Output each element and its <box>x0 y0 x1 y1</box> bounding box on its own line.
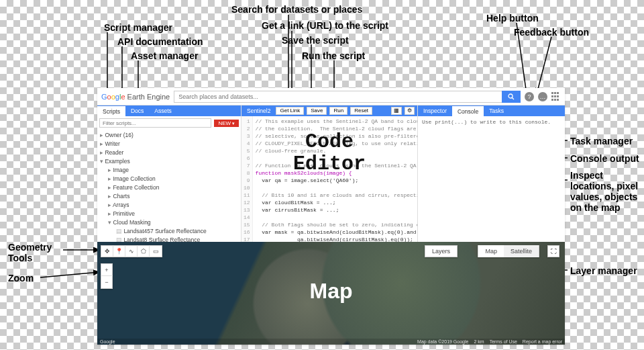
tree-arrays[interactable]: Arrays <box>108 201 238 210</box>
tab-inspector[interactable]: Inspector <box>418 105 452 116</box>
map-footer-terms[interactable]: Terms of Use <box>490 339 517 344</box>
get-link-button[interactable]: Get Link <box>276 107 304 115</box>
topbar-icons: ? … <box>525 92 561 101</box>
geometry-tools[interactable]: ✥ 📍 ∿ ⬠ ▭ <box>101 245 162 257</box>
map-footer-scale: 2 km <box>474 339 484 344</box>
apps-icon[interactable] <box>551 92 561 101</box>
ann-feedback: Feedback button <box>514 27 589 38</box>
fullscreen-button[interactable]: ⛶ <box>547 245 559 257</box>
apps-button[interactable]: ▦ <box>391 107 402 115</box>
save-button[interactable]: Save <box>307 107 327 115</box>
script-title: Sentinel2 <box>244 107 273 114</box>
ann-layer-manager: Layer manager <box>570 265 637 276</box>
tree-reader[interactable]: Reader <box>100 148 238 157</box>
polygon-tool-icon[interactable]: ⬠ <box>138 245 150 257</box>
tree-examples[interactable]: Examples <box>100 157 238 166</box>
right-tabs: Inspector Console Tasks <box>418 105 565 116</box>
svg-line-11 <box>40 272 99 277</box>
hand-tool-icon[interactable]: ✥ <box>101 245 113 257</box>
map-overlay-label: Map <box>97 279 565 304</box>
line-tool-icon[interactable]: ∿ <box>125 245 138 257</box>
filter-scripts-input[interactable] <box>99 118 211 128</box>
tree-image[interactable]: Image <box>108 166 238 175</box>
zoom-out-button[interactable]: − <box>101 276 113 288</box>
tab-tasks[interactable]: Tasks <box>484 105 509 116</box>
code-body[interactable]: // This example uses the Sentinel-2 QA b… <box>253 116 417 242</box>
code-gutter: 1 2 3 4 5 6 7 8 9 10 11 12 13 14 15 16 1… <box>241 116 253 242</box>
tab-docs[interactable]: Docs <box>125 105 149 116</box>
tree-charts[interactable]: Charts <box>108 192 238 201</box>
tree-primitive[interactable]: Primitive <box>108 210 238 218</box>
ann-script-manager: Script manager <box>104 22 172 33</box>
ann-search: Search for datasets or places <box>231 4 362 15</box>
logo: Google Earth Engine <box>101 93 170 101</box>
main-row: Scripts Docs Assets NEW Owner (16) Write… <box>97 105 565 242</box>
ann-get-link: Get a link (URL) to the script <box>262 20 388 31</box>
layers-button[interactable]: Layers <box>425 245 458 257</box>
point-tool-icon[interactable]: 📍 <box>113 245 125 257</box>
map-type-toggle[interactable]: Map Satellite <box>478 245 539 257</box>
settings-button[interactable]: ⚙ <box>405 107 415 115</box>
maptype-map[interactable]: Map <box>478 245 504 257</box>
earth-engine-app: Google Earth Engine ? … Scripts Docs Ass… <box>97 88 565 345</box>
map-footer-attrib: Map data ©2019 Google <box>417 339 468 344</box>
maptype-satellite[interactable]: Satellite <box>504 245 539 257</box>
ann-save: Save the script <box>282 35 349 46</box>
gear-icon: ⚙ <box>407 107 412 114</box>
search-icon <box>508 93 515 100</box>
tab-assets[interactable]: Assets <box>149 105 177 116</box>
search-wrap <box>174 91 521 103</box>
new-script-button[interactable]: NEW <box>214 120 239 127</box>
svg-line-9 <box>537 37 551 94</box>
center-panel: Sentinel2 Get Link Save Run Reset ▦ ⚙ 1 … <box>241 105 417 242</box>
tree-owner[interactable]: Owner (16) <box>100 131 238 140</box>
topbar: Google Earth Engine ? … <box>97 88 565 105</box>
search-input[interactable] <box>174 91 502 103</box>
ann-zoom: Zoom <box>8 273 34 283</box>
help-button[interactable]: ? <box>525 92 534 101</box>
ann-run: Run the script <box>302 50 365 61</box>
tree-landsat457[interactable]: Landsat457 Surface Reflectance <box>116 227 238 236</box>
tab-console[interactable]: Console <box>452 105 484 116</box>
run-button[interactable]: Run <box>329 107 347 115</box>
feedback-button[interactable]: … <box>538 92 547 101</box>
left-filter-row: NEW <box>97 116 241 130</box>
left-panel: Scripts Docs Assets NEW Owner (16) Write… <box>97 105 241 242</box>
ann-geometry: Geometry Tools <box>8 242 62 263</box>
map-panel[interactable]: Map ✥ 📍 ∿ ⬠ ▭ + − Layers Map Satellite ⛶… <box>97 242 565 345</box>
script-tree: Owner (16) Writer Reader Examples Image … <box>97 130 241 242</box>
map-footer: Google Map data ©2019 Google 2 km Terms … <box>97 339 565 345</box>
ann-inspector: Inspect locations, pixel values, objects… <box>570 170 641 213</box>
right-panel: Inspector Console Tasks Use print(...) t… <box>417 105 565 242</box>
tree-writer[interactable]: Writer <box>100 140 238 148</box>
svg-line-13 <box>512 97 514 99</box>
zoom-control[interactable]: + − <box>101 263 113 289</box>
map-footer-report[interactable]: Report a map error <box>523 339 562 344</box>
map-footer-brand: Google <box>100 339 115 344</box>
tree-cloud-masking[interactable]: Cloud Masking <box>108 218 238 227</box>
ann-help: Help button <box>486 13 539 24</box>
rect-tool-icon[interactable]: ▭ <box>150 245 162 257</box>
ann-asset-manager: Asset manager <box>131 50 198 61</box>
editor-toolbar: Sentinel2 Get Link Save Run Reset ▦ ⚙ <box>241 105 417 116</box>
tree-feature-collection[interactable]: Feature Collection <box>108 183 238 192</box>
product-name: Earth Engine <box>127 93 170 101</box>
search-button[interactable] <box>502 91 521 103</box>
ann-console-output: Console output <box>570 153 639 164</box>
reset-button[interactable]: Reset <box>350 107 372 115</box>
ann-api-docs: API documentation <box>117 36 203 47</box>
left-tabs: Scripts Docs Assets <box>97 105 241 116</box>
ann-task-manager: Task manager <box>570 136 633 146</box>
zoom-in-button[interactable]: + <box>101 264 113 276</box>
tab-scripts[interactable]: Scripts <box>97 105 125 116</box>
tree-landsat8-sr[interactable]: Landsat8 Surface Reflectance <box>116 236 238 242</box>
console-output: Use print(...) to write to this console. <box>418 116 565 128</box>
tree-image-collection[interactable]: Image Collection <box>108 175 238 183</box>
code-editor[interactable]: 1 2 3 4 5 6 7 8 9 10 11 12 13 14 15 16 1… <box>241 116 417 242</box>
svg-point-12 <box>508 94 513 98</box>
